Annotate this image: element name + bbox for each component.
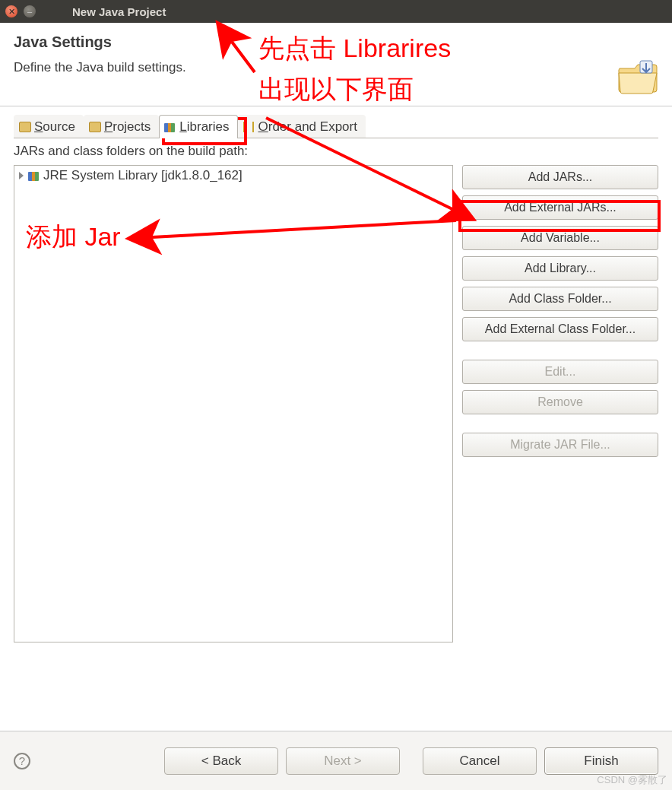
projects-icon [89, 121, 101, 133]
source-icon [19, 121, 31, 133]
tab-source[interactable]: Source [14, 115, 84, 138]
add-library-button[interactable]: Add Library... [462, 256, 658, 281]
remove-button: Remove [462, 390, 658, 414]
libraries-description: JARs and class folders on the build path… [0, 139, 672, 162]
tree-row-label: JRE System Library [jdk1.8.0_162] [43, 168, 242, 183]
library-icon [28, 170, 40, 182]
buildpath-tree[interactable]: JRE System Library [jdk1.8.0_162] [14, 165, 453, 642]
expander-icon[interactable] [19, 172, 24, 179]
tab-libraries[interactable]: Libraries [159, 115, 237, 138]
add-external-jars-button[interactable]: Add External JARs... [462, 195, 658, 220]
close-icon[interactable]: ✕ [5, 5, 17, 17]
back-button[interactable]: < Back [164, 747, 278, 775]
libraries-icon [164, 121, 176, 133]
page-description: Define the Java build settings. [14, 60, 658, 75]
side-buttons: Add JARs... Add External JARs... Add Var… [462, 165, 658, 642]
window-title: New Java Project [72, 5, 166, 18]
cancel-button[interactable]: Cancel [423, 747, 537, 775]
edit-button: Edit... [462, 360, 658, 384]
migrate-jar-button: Migrate JAR File... [462, 433, 658, 457]
tab-bar: Source Projects Libraries Order and Expo… [0, 106, 672, 138]
order-icon [243, 121, 255, 133]
tree-row-jre[interactable]: JRE System Library [jdk1.8.0_162] [14, 166, 452, 186]
finish-button[interactable]: Finish [544, 747, 658, 775]
next-button: Next > [286, 747, 400, 775]
help-icon[interactable]: ? [14, 753, 30, 769]
page-title: Java Settings [14, 33, 658, 51]
add-class-folder-button[interactable]: Add Class Folder... [462, 287, 658, 311]
wizard-button-bar: ? < Back Next > Cancel Finish [0, 731, 672, 790]
tab-projects[interactable]: Projects [84, 115, 159, 138]
libraries-panel: JRE System Library [jdk1.8.0_162] Add JA… [0, 162, 672, 642]
add-jars-button[interactable]: Add JARs... [462, 165, 658, 189]
minimize-icon[interactable]: – [24, 5, 36, 17]
folder-icon [617, 59, 658, 97]
titlebar: ✕ – New Java Project [0, 0, 672, 23]
tab-order-export[interactable]: Order and Export [238, 115, 366, 138]
add-external-class-folder-button[interactable]: Add External Class Folder... [462, 317, 658, 341]
wizard-header: Java Settings Define the Java build sett… [0, 23, 672, 106]
add-variable-button[interactable]: Add Variable... [462, 226, 658, 250]
